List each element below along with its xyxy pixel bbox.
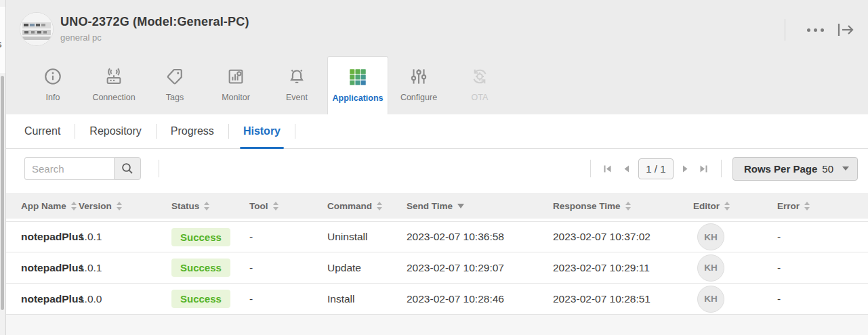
page-indicator: 1 / 1 <box>638 158 674 179</box>
column-header-command[interactable]: Command <box>327 201 407 211</box>
cell-editor: KH <box>693 286 777 313</box>
status-badge: Success <box>171 228 230 246</box>
tab-configure[interactable]: Configure <box>388 56 449 114</box>
cell-app-name: notepadPlus <box>21 262 79 274</box>
tab-ota: OTA <box>449 56 510 114</box>
cell-tool: - <box>249 262 327 274</box>
search-icon <box>120 161 135 176</box>
editor-avatar: KH <box>697 254 724 282</box>
applications-subtabs: Current Repository Progress History <box>6 114 868 149</box>
subtab-repository[interactable]: Repository <box>75 114 155 149</box>
cell-error: - <box>777 293 868 305</box>
rows-per-page-value: 50 <box>822 163 833 175</box>
next-page-button[interactable] <box>680 163 692 174</box>
column-header-send-time[interactable]: Send Time <box>407 201 553 211</box>
subtab-current[interactable]: Current <box>10 114 75 149</box>
device-detail-screen: s UNO-2 <box>0 0 868 335</box>
apps-grid-icon <box>346 66 369 89</box>
search-button[interactable] <box>114 157 141 180</box>
info-icon <box>41 65 64 88</box>
column-header-version[interactable]: Version <box>79 201 171 211</box>
status-badge: Success <box>171 290 230 308</box>
sort-both-icon <box>377 202 382 210</box>
column-header-response-time[interactable]: Response Time <box>553 201 693 211</box>
table-footer-area <box>6 315 868 335</box>
search-group <box>24 157 141 180</box>
cell-tool: - <box>249 231 327 243</box>
cell-version: 1.0.1 <box>79 231 171 243</box>
sort-both-icon <box>204 202 209 210</box>
connection-icon <box>102 65 125 88</box>
chevron-down-icon <box>842 166 849 171</box>
bell-icon <box>285 65 308 88</box>
sort-both-icon <box>273 202 278 210</box>
tab-info[interactable]: Info <box>22 56 83 114</box>
cell-version: 1.0.0 <box>79 293 171 305</box>
last-page-button[interactable] <box>698 163 710 174</box>
rows-per-page-dropdown[interactable]: Rows Per Page 50 <box>732 157 858 181</box>
subtab-divider <box>295 124 295 139</box>
history-table-header: App Name Version Status Tool Command Sen… <box>6 193 868 219</box>
cell-app-name: notepadPlus <box>21 231 79 243</box>
tab-monitor[interactable]: Monitor <box>205 56 266 114</box>
sort-both-icon <box>804 202 810 210</box>
pagination-group: 1 / 1 Rows Per Page 50 <box>585 156 858 181</box>
subtab-progress[interactable]: Progress <box>157 114 228 149</box>
more-menu-button[interactable] <box>800 22 830 38</box>
device-title: UNO-2372G (Model:General-PC) <box>60 15 249 29</box>
cell-send-time: 2023-02-07 10:36:58 <box>407 231 553 243</box>
sort-both-icon <box>724 202 730 210</box>
monitor-icon <box>224 65 247 88</box>
cell-command: Install <box>327 293 407 305</box>
subtab-history[interactable]: History <box>229 114 295 149</box>
cell-version: 1.0.1 <box>79 262 171 274</box>
cell-status: Success <box>171 228 249 246</box>
cell-response-time: 2023-02-07 10:28:51 <box>553 293 693 305</box>
tab-event[interactable]: Event <box>266 56 327 114</box>
column-header-app-name[interactable]: App Name <box>21 201 79 211</box>
tab-applications[interactable]: Applications <box>327 56 388 114</box>
column-header-tool[interactable]: Tool <box>249 201 327 211</box>
cell-send-time: 2023-02-07 10:29:07 <box>407 262 553 274</box>
sort-desc-icon <box>457 204 464 208</box>
cell-command: Uninstall <box>327 231 407 243</box>
exit-panel-icon[interactable] <box>835 20 856 39</box>
clipped-text-fragment: s <box>0 38 2 49</box>
search-input[interactable] <box>24 157 114 180</box>
table-row[interactable]: notepadPlus 1.0.1 Success - Uninstall 20… <box>6 221 868 252</box>
scrollbar-thumb[interactable] <box>1 76 4 310</box>
device-header: UNO-2372G (Model:General-PC) general pc <box>6 0 868 56</box>
cell-editor: KH <box>693 254 777 282</box>
device-subtitle: general pc <box>60 32 102 43</box>
rows-per-page-label: Rows Per Page <box>744 163 817 175</box>
device-panel: UNO-2372G (Model:General-PC) general pc <box>5 0 868 335</box>
tag-icon <box>163 65 186 88</box>
cell-send-time: 2023-02-07 10:28:46 <box>407 293 553 305</box>
editor-avatar: KH <box>697 223 724 250</box>
cell-status: Success <box>171 259 249 277</box>
cell-tool: - <box>249 293 327 305</box>
toolbar-divider <box>159 160 159 177</box>
underlying-page-edge: s <box>0 0 5 335</box>
sliders-icon <box>407 65 430 88</box>
pagination-divider <box>590 160 591 177</box>
cell-response-time: 2023-02-07 10:37:02 <box>553 231 693 243</box>
editor-avatar: KH <box>697 286 724 313</box>
history-table-body: notepadPlus 1.0.1 Success - Uninstall 20… <box>6 221 868 315</box>
pagination-divider <box>721 160 722 177</box>
tab-connection[interactable]: Connection <box>83 56 144 114</box>
first-page-button[interactable] <box>602 163 614 174</box>
table-row[interactable]: notepadPlus 1.0.0 Success - Install 2023… <box>6 284 868 315</box>
cell-status: Success <box>171 290 249 308</box>
previous-page-button[interactable] <box>620 163 632 174</box>
column-header-error[interactable]: Error <box>777 201 868 211</box>
column-header-editor[interactable]: Editor <box>693 201 777 211</box>
tab-tags[interactable]: Tags <box>144 56 205 114</box>
cell-command: Update <box>327 262 407 274</box>
column-header-status[interactable]: Status <box>171 201 249 211</box>
cell-error: - <box>777 231 868 243</box>
table-row[interactable]: notepadPlus 1.0.1 Success - Update 2023-… <box>6 252 868 284</box>
device-avatar <box>20 12 54 46</box>
cell-response-time: 2023-02-07 10:29:11 <box>553 262 693 274</box>
cell-app-name: notepadPlus <box>21 293 79 305</box>
